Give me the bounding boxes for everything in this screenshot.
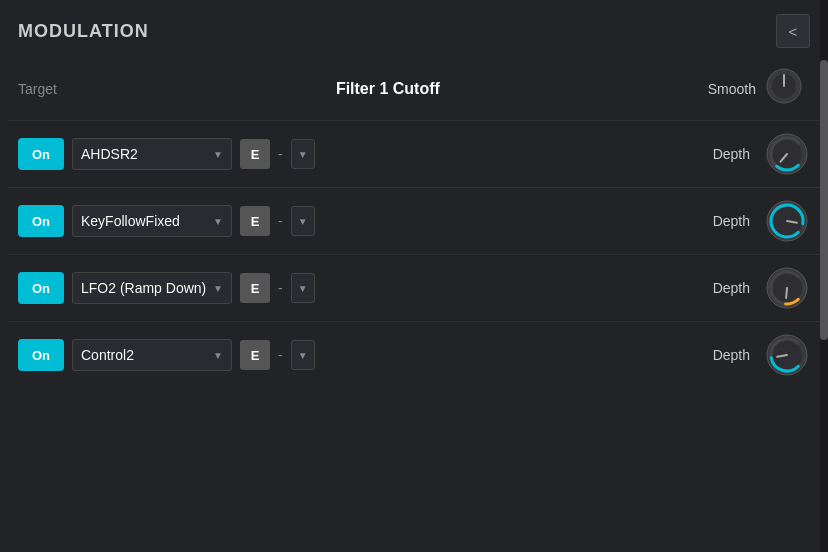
- depth-knob-2[interactable]: [764, 198, 810, 244]
- on-button-4[interactable]: On: [18, 339, 64, 371]
- source-name-1: AHDSR2: [81, 146, 207, 162]
- small-chevron-1[interactable]: ▼: [291, 139, 315, 169]
- back-button[interactable]: <: [776, 14, 810, 48]
- depth-label-1: Depth: [713, 146, 750, 162]
- e-button-2[interactable]: E: [240, 206, 270, 236]
- smooth-knob[interactable]: [764, 66, 810, 112]
- source-chevron-2: ▼: [213, 216, 223, 227]
- svg-line-11: [786, 288, 787, 298]
- source-name-4: Control2: [81, 347, 207, 363]
- mod-row-1: On AHDSR2 ▼ E - ▼ Depth: [8, 120, 820, 187]
- on-button-3[interactable]: On: [18, 272, 64, 304]
- panel-title: MODULATION: [18, 21, 149, 42]
- source-dropdown-4[interactable]: Control2 ▼: [72, 339, 232, 371]
- source-chevron-4: ▼: [213, 350, 223, 361]
- scrollbar-thumb[interactable]: [820, 60, 828, 340]
- header: MODULATION <: [0, 0, 828, 58]
- source-name-2: KeyFollowFixed: [81, 213, 207, 229]
- source-chevron-3: ▼: [213, 283, 223, 294]
- dash-3: -: [278, 280, 283, 296]
- mod-row-3: On LFO2 (Ramp Down) ▼ E - ▼ Depth: [8, 254, 820, 321]
- small-chevron-3[interactable]: ▼: [291, 273, 315, 303]
- depth-knob-4[interactable]: [764, 332, 810, 378]
- source-dropdown-3[interactable]: LFO2 (Ramp Down) ▼: [72, 272, 232, 304]
- dash-2: -: [278, 213, 283, 229]
- source-name-3: LFO2 (Ramp Down): [81, 280, 207, 296]
- target-value: Filter 1 Cutoff: [68, 80, 708, 98]
- e-button-1[interactable]: E: [240, 139, 270, 169]
- e-button-4[interactable]: E: [240, 340, 270, 370]
- mod-row-2: On KeyFollowFixed ▼ E - ▼ Depth: [8, 187, 820, 254]
- smooth-label: Smooth: [708, 81, 756, 97]
- scrollbar[interactable]: [820, 0, 828, 552]
- source-dropdown-2[interactable]: KeyFollowFixed ▼: [72, 205, 232, 237]
- small-chevron-2[interactable]: ▼: [291, 206, 315, 236]
- depth-label-4: Depth: [713, 347, 750, 363]
- modulation-panel: MODULATION < Target Filter 1 Cutoff Smoo…: [0, 0, 828, 552]
- dash-4: -: [278, 347, 283, 363]
- on-button-2[interactable]: On: [18, 205, 64, 237]
- dash-1: -: [278, 146, 283, 162]
- depth-knob-1[interactable]: [764, 131, 810, 177]
- mod-rows: On AHDSR2 ▼ E - ▼ Depth On KeyFollowFixe…: [0, 120, 828, 388]
- source-chevron-1: ▼: [213, 149, 223, 160]
- depth-label-2: Depth: [713, 213, 750, 229]
- target-row: Target Filter 1 Cutoff Smooth: [0, 58, 828, 120]
- mod-row-4: On Control2 ▼ E - ▼ Depth: [8, 321, 820, 388]
- depth-knob-3[interactable]: [764, 265, 810, 311]
- on-button-1[interactable]: On: [18, 138, 64, 170]
- depth-label-3: Depth: [713, 280, 750, 296]
- e-button-3[interactable]: E: [240, 273, 270, 303]
- small-chevron-4[interactable]: ▼: [291, 340, 315, 370]
- source-dropdown-1[interactable]: AHDSR2 ▼: [72, 138, 232, 170]
